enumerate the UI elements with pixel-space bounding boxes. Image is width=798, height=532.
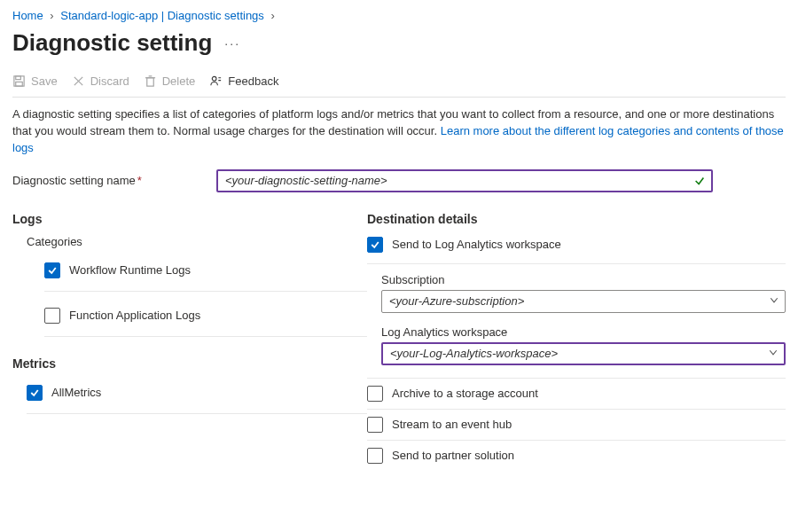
metrics-heading: Metrics: [12, 356, 367, 371]
svg-point-8: [213, 76, 217, 81]
chevron-right-icon: ›: [50, 9, 53, 22]
divider: [44, 336, 367, 337]
subscription-label: Subscription: [381, 273, 786, 286]
delete-label: Delete: [162, 74, 196, 88]
discard-button[interactable]: Discard: [72, 74, 129, 88]
dest-send-law-row[interactable]: Send to Log Analytics workspace: [367, 235, 786, 260]
svg-rect-5: [146, 78, 153, 86]
workspace-dropdown[interactable]: <your-Log-Analytics-workspace>: [381, 342, 786, 365]
setting-name-value: <your-diagnostic-setting-name>: [225, 174, 387, 187]
dest-eventhub-row[interactable]: Stream to an event hub: [367, 409, 786, 440]
dest-partner-row[interactable]: Send to partner solution: [367, 440, 786, 471]
checkbox-unchecked-icon[interactable]: [367, 417, 383, 433]
breadcrumb: Home › Standard-logic-app | Diagnostic s…: [12, 9, 786, 22]
feedback-icon: [209, 74, 223, 88]
metric-allmetrics-row[interactable]: AllMetrics: [27, 379, 367, 406]
subscription-dropdown[interactable]: <your-Azure-subscription>: [381, 290, 786, 313]
logs-heading: Logs: [12, 212, 367, 226]
checkbox-checked-icon[interactable]: [44, 262, 60, 278]
breadcrumb-home[interactable]: Home: [12, 9, 43, 22]
delete-icon: [144, 74, 157, 88]
divider: [44, 291, 367, 292]
setting-name-label: Diagnostic setting name*: [12, 174, 216, 187]
svg-rect-2: [16, 82, 23, 86]
feedback-label: Feedback: [228, 74, 278, 88]
chevron-right-icon: ›: [270, 9, 274, 22]
setting-name-input[interactable]: <your-diagnostic-setting-name>: [216, 169, 713, 192]
page-title: Diagnostic setting: [12, 29, 212, 57]
log-workflow-runtime-label: Workflow Runtime Logs: [69, 263, 191, 277]
save-button[interactable]: Save: [12, 74, 58, 88]
divider: [367, 263, 786, 264]
dest-partner-label: Send to partner solution: [392, 449, 514, 462]
svg-rect-1: [16, 76, 21, 80]
dest-archive-row[interactable]: Archive to a storage account: [367, 378, 786, 409]
checkbox-unchecked-icon[interactable]: [367, 386, 383, 402]
categories-heading: Categories: [27, 235, 367, 248]
delete-button[interactable]: Delete: [144, 74, 196, 88]
save-label: Save: [31, 74, 58, 88]
more-icon[interactable]: ···: [224, 36, 240, 51]
workspace-label: Log Analytics workspace: [381, 325, 786, 339]
dest-eventhub-label: Stream to an event hub: [392, 418, 512, 431]
chevron-down-icon: [768, 347, 778, 360]
valid-icon: [693, 175, 706, 190]
chevron-down-icon: [769, 294, 779, 308]
log-function-app-row[interactable]: Function Application Logs: [44, 302, 367, 329]
dest-send-law-label: Send to Log Analytics workspace: [392, 238, 561, 251]
destination-heading: Destination details: [367, 212, 786, 226]
log-workflow-runtime-row[interactable]: Workflow Runtime Logs: [44, 257, 367, 284]
divider: [27, 413, 367, 414]
checkbox-unchecked-icon[interactable]: [367, 448, 383, 464]
save-icon: [12, 74, 26, 88]
checkbox-checked-icon[interactable]: [27, 385, 43, 401]
checkbox-unchecked-icon[interactable]: [44, 308, 60, 324]
breadcrumb-app[interactable]: Standard-logic-app | Diagnostic settings: [60, 9, 264, 22]
description: A diagnostic setting specifies a list of…: [12, 106, 784, 157]
dest-archive-label: Archive to a storage account: [392, 387, 538, 400]
discard-label: Discard: [90, 74, 129, 88]
log-function-app-label: Function Application Logs: [69, 309, 200, 322]
subscription-value: <your-Azure-subscription>: [389, 294, 524, 308]
required-indicator: *: [137, 174, 142, 187]
discard-icon: [72, 74, 85, 88]
workspace-value: <your-Log-Analytics-workspace>: [390, 347, 558, 360]
feedback-button[interactable]: Feedback: [209, 74, 278, 88]
checkbox-checked-icon[interactable]: [367, 237, 383, 253]
toolbar: Save Discard Delete Feedback: [12, 74, 786, 98]
metric-allmetrics-label: AllMetrics: [51, 386, 101, 399]
